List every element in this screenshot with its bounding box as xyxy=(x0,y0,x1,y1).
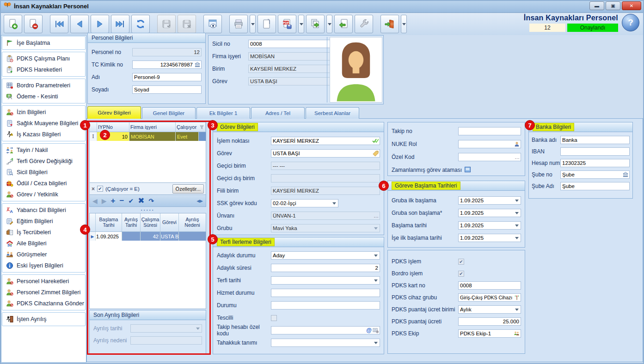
antenna-icon[interactable] xyxy=(514,294,520,301)
adaylik-suresi-input[interactable] xyxy=(271,264,380,272)
sidebar-item-yabanci-dil[interactable]: AYabancı Dil Bilgileri xyxy=(2,205,85,216)
sidebar-item-odul-ceza[interactable]: Ödül / Ceza bilgileri xyxy=(2,178,85,189)
sidebar-item-is-tecrubeleri[interactable]: İş Tecrübeleri xyxy=(2,227,85,238)
gorev-input[interactable] xyxy=(271,149,380,158)
pdks-puantaj-ucret-birimi-select[interactable] xyxy=(458,305,521,314)
pdf-export-button[interactable]: PDF xyxy=(278,15,296,33)
sidebar-item-tayin-nakil[interactable]: Tayin / Nakil xyxy=(2,145,85,156)
ellipsis-icon[interactable]: … xyxy=(515,153,520,161)
sidebar-item-gorusmeler[interactable]: Görüşmeler xyxy=(2,249,85,260)
nav-commit-icon[interactable]: ✔ xyxy=(128,198,134,204)
hizmet-durumu-input[interactable] xyxy=(271,289,380,297)
person-lookup-icon[interactable] xyxy=(514,140,520,148)
personel-no-input[interactable] xyxy=(132,48,202,56)
revert-button[interactable] xyxy=(334,15,353,33)
filter-icon[interactable] xyxy=(200,125,204,130)
sidebar-item-aile[interactable]: Aile Bilgileri xyxy=(2,238,85,249)
tools-button[interactable] xyxy=(355,15,373,33)
cell-ayrilis-nedeni[interactable] xyxy=(179,232,206,241)
new-record-button[interactable] xyxy=(4,15,22,33)
grid-row[interactable]: ▶ 1.09.2025 42 USTA BAŞI xyxy=(90,232,206,241)
copy-record-button[interactable] xyxy=(306,15,325,33)
sidebar-item-egitim[interactable]: Eğitim Bilgileri xyxy=(2,216,85,227)
pdks-ekip-input[interactable] xyxy=(458,329,521,338)
adi-input[interactable] xyxy=(132,73,202,81)
nav-scroll-icons[interactable]: ◀▶ xyxy=(196,199,203,203)
sidebar-item-ise-baslatma[interactable]: İşe Başlatma xyxy=(2,37,85,49)
column-header[interactable]: Çalışıyor xyxy=(176,122,206,132)
gruba-son-baslama-select[interactable] xyxy=(458,209,521,217)
sidebar-item-pdks-hareketleri[interactable]: PDKS Hareketleri xyxy=(2,64,85,75)
sidebar-item-personel-zimmet[interactable]: Personel Zimmet Bilgileri xyxy=(2,287,85,298)
exit-button[interactable] xyxy=(380,15,399,33)
at-lookup-icon[interactable]: @ xyxy=(366,327,379,334)
nav-prev-icon[interactable]: ◀ xyxy=(92,198,98,204)
sidebar-item-bordro-parametreleri[interactable]: Bordro Parametreleri xyxy=(2,80,85,91)
sidebar-item-pdks-cihazlarina-gonder[interactable]: PDKS Cihazlarına Gönder xyxy=(2,298,85,309)
pdks-islem-checkbox[interactable] xyxy=(458,259,464,265)
sube-adi-input[interactable] xyxy=(560,182,630,190)
durumu-input[interactable] xyxy=(271,301,380,309)
maximize-button[interactable]: ▣ xyxy=(606,1,620,10)
previous-record-button[interactable] xyxy=(70,15,89,33)
first-record-button[interactable] xyxy=(50,15,68,33)
column-header[interactable]: Ayrılış Nedeni xyxy=(179,213,206,231)
print-dropdown[interactable] xyxy=(250,15,256,33)
tab-genel-bilgiler[interactable]: Genel Bilgiler xyxy=(142,107,196,119)
print-preview-button[interactable] xyxy=(203,15,222,33)
pdks-kart-no-input[interactable] xyxy=(458,281,521,290)
column-header[interactable]: Ayrılış Tarihi xyxy=(122,213,141,231)
nav-refresh-icon[interactable]: ↷ xyxy=(148,198,154,204)
tab-ek-bilgiler-1[interactable]: Ek Bilgiler 1 xyxy=(196,107,250,119)
next-record-button[interactable] xyxy=(91,15,109,33)
pdks-puant aj-ucreti-input[interactable] xyxy=(458,317,521,326)
adaylik-durumu-select[interactable] xyxy=(271,251,380,260)
cell-firma-isyeri[interactable]: MOBİSAN xyxy=(129,132,176,141)
bordro-islem-checkbox[interactable] xyxy=(458,271,464,277)
sidebar-item-terfi-gorev[interactable]: Terfi Görev Değişikliği xyxy=(2,156,85,167)
sidebar-item-personel-hareketleri[interactable]: Personel Hareketleri xyxy=(2,276,85,287)
column-header[interactable]: IYPNo xyxy=(97,122,129,132)
ise-ilk-baslama-select[interactable] xyxy=(458,234,521,242)
exit-dropdown[interactable] xyxy=(401,15,407,33)
sidebar-item-odeme-kesinti[interactable]: $Ödeme - Kesinti xyxy=(2,91,85,102)
ozel-kod-input[interactable] xyxy=(458,153,521,161)
clear-filter-icon[interactable]: × xyxy=(92,186,95,192)
sidebar-item-saglik-muayene[interactable]: Sağlık Muayene Bilgileri xyxy=(2,118,85,129)
baslama-tarihi-select[interactable] xyxy=(458,221,521,230)
takip-no-input[interactable] xyxy=(458,127,521,135)
sidebar-item-eski-isyeri[interactable]: Eski İşyeri Bilgileri xyxy=(2,260,85,271)
gruba-ilk-baslama-select[interactable] xyxy=(458,196,521,205)
grubu-select[interactable] xyxy=(271,224,380,232)
column-header[interactable]: Başlama Tarihi xyxy=(96,213,122,231)
iban-input[interactable] xyxy=(560,147,630,156)
cell-iypno[interactable]: 10 xyxy=(97,132,129,141)
tab-gorev-bilgileri[interactable]: Görev Bilgileri xyxy=(87,106,141,119)
delete-record-button[interactable] xyxy=(24,15,43,33)
pdks-cihaz-grubu-input[interactable] xyxy=(458,293,521,302)
sidebar-item-sicil-bilgileri[interactable]: Sicil Bilgileri xyxy=(2,167,85,178)
nav-delete-icon[interactable]: − xyxy=(120,197,124,205)
ssk-gorev-kodu-select[interactable] xyxy=(271,199,338,207)
splitter-handle[interactable]: ····· xyxy=(89,207,206,212)
copy-record-dropdown[interactable] xyxy=(326,15,332,33)
close-button[interactable]: ✕ xyxy=(622,1,641,10)
sidebar-item-isten-ayrilis[interactable]: İşten Ayrılış xyxy=(2,314,85,325)
cell-calisiyor[interactable]: Evet xyxy=(176,132,199,141)
sidebar-item-pdks-calisma-plani[interactable]: PDKS Çalışma Planı xyxy=(2,53,85,64)
customize-filter-button[interactable]: Özelleştir... xyxy=(172,184,204,194)
nav-add-icon[interactable]: + xyxy=(111,197,116,205)
column-header[interactable]: Çalışma Süresi xyxy=(141,213,160,231)
minimize-button[interactable]: ▬ xyxy=(589,1,604,10)
sidebar-item-is-kazasi[interactable]: İş Kazası Bilgileri xyxy=(2,129,85,140)
soyadi-input[interactable] xyxy=(132,85,202,94)
team-icon[interactable] xyxy=(514,330,520,337)
print-button[interactable] xyxy=(229,15,248,33)
tab-adres-tel[interactable]: Adres / Tel xyxy=(251,107,305,119)
last-record-button[interactable] xyxy=(111,15,129,33)
sube-no-input[interactable] xyxy=(560,170,630,179)
attachment-button[interactable] xyxy=(258,15,276,33)
bank-lookup-icon[interactable] xyxy=(623,171,628,178)
ellipsis-icon[interactable]: … xyxy=(374,212,379,219)
filter-enabled-checkbox[interactable] xyxy=(97,186,103,192)
